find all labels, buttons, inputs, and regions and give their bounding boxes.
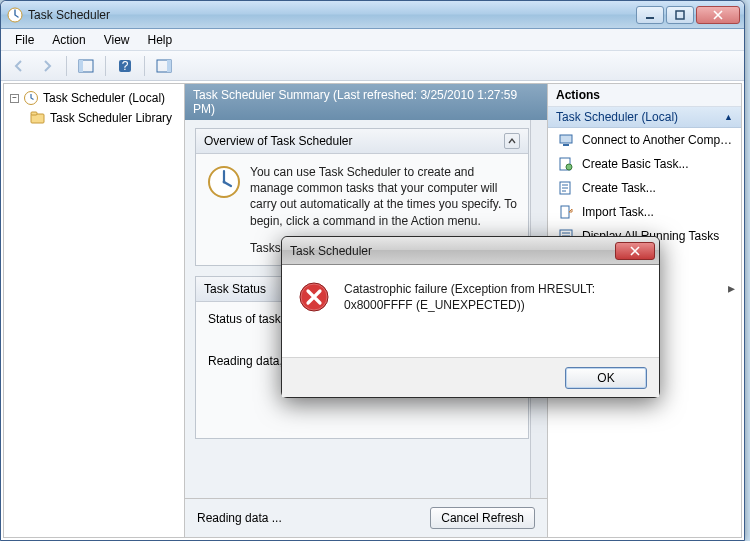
toolbar: ? xyxy=(1,51,744,81)
dialog-titlebar: Task Scheduler xyxy=(282,237,659,265)
caret-up-icon: ▲ xyxy=(724,112,733,122)
toolbar-separator xyxy=(105,56,106,76)
svg-rect-14 xyxy=(560,135,572,143)
overview-title: Overview of Task Scheduler xyxy=(204,134,353,148)
menu-help[interactable]: Help xyxy=(140,31,181,49)
toolbar-separator xyxy=(66,56,67,76)
submenu-arrow-icon: ▸ xyxy=(728,280,735,296)
show-hide-tree-button[interactable] xyxy=(74,54,98,78)
action-import[interactable]: Import Task... xyxy=(548,200,741,224)
tree-pane: − Task Scheduler (Local) Task Scheduler … xyxy=(3,83,185,538)
clock-icon xyxy=(23,90,39,106)
svg-point-17 xyxy=(566,164,572,170)
svg-rect-2 xyxy=(676,11,684,19)
expand-icon[interactable]: − xyxy=(10,94,19,103)
back-button[interactable] xyxy=(7,54,31,78)
action-label: Import Task... xyxy=(582,205,735,219)
actions-group-header[interactable]: Task Scheduler (Local) ▲ xyxy=(548,107,741,128)
collapse-button[interactable] xyxy=(504,133,520,149)
tree-root-label: Task Scheduler (Local) xyxy=(43,91,165,105)
actions-group-title: Task Scheduler (Local) xyxy=(556,110,678,124)
dialog-title: Task Scheduler xyxy=(290,244,615,258)
menubar: File Action View Help xyxy=(1,29,744,51)
computer-icon xyxy=(558,132,574,148)
overview-text: You can use Task Scheduler to create and… xyxy=(250,164,518,229)
task-status-title: Task Status xyxy=(204,282,266,296)
clock-icon xyxy=(206,164,242,200)
menu-file[interactable]: File xyxy=(7,31,42,49)
bottom-bar: Reading data ... Cancel Refresh xyxy=(185,498,547,537)
svg-rect-1 xyxy=(646,17,654,19)
svg-rect-8 xyxy=(167,60,171,72)
action-label: Create Basic Task... xyxy=(582,157,735,171)
ok-button[interactable]: OK xyxy=(565,367,647,389)
summary-header: Task Scheduler Summary (Last refreshed: … xyxy=(185,84,547,120)
action-create-task[interactable]: Create Task... xyxy=(548,176,741,200)
help-button[interactable]: ? xyxy=(113,54,137,78)
error-icon xyxy=(298,281,330,313)
svg-rect-4 xyxy=(79,60,83,72)
window-title: Task Scheduler xyxy=(28,8,636,22)
show-hide-action-pane-button[interactable] xyxy=(152,54,176,78)
task-icon xyxy=(558,156,574,172)
dialog-body: Catastrophic failure (Exception from HRE… xyxy=(282,265,659,357)
task-icon xyxy=(558,180,574,196)
app-icon xyxy=(7,7,23,23)
action-label: Create Task... xyxy=(582,181,735,195)
forward-button[interactable] xyxy=(35,54,59,78)
toolbar-separator xyxy=(144,56,145,76)
tree-library[interactable]: Task Scheduler Library xyxy=(8,108,180,128)
svg-rect-11 xyxy=(31,112,37,115)
dialog-footer: OK xyxy=(282,357,659,397)
tree-root[interactable]: − Task Scheduler (Local) xyxy=(8,88,180,108)
svg-text:?: ? xyxy=(122,59,129,73)
svg-point-13 xyxy=(223,181,226,184)
action-label: Connect to Another Computer... xyxy=(582,133,735,147)
reading-label: Reading data ... xyxy=(197,511,282,525)
dialog-close-button[interactable] xyxy=(615,242,655,260)
error-dialog: Task Scheduler Catastrophic failure (Exc… xyxy=(281,236,660,398)
menu-action[interactable]: Action xyxy=(44,31,93,49)
action-connect[interactable]: Connect to Another Computer... xyxy=(548,128,741,152)
svg-rect-15 xyxy=(563,144,569,146)
action-create-basic[interactable]: Create Basic Task... xyxy=(548,152,741,176)
actions-pane-title: Actions xyxy=(548,84,741,107)
svg-rect-19 xyxy=(561,206,569,218)
cancel-refresh-button[interactable]: Cancel Refresh xyxy=(430,507,535,529)
folder-icon xyxy=(30,110,46,126)
menu-view[interactable]: View xyxy=(96,31,138,49)
minimize-button[interactable] xyxy=(636,6,664,24)
titlebar: Task Scheduler xyxy=(1,1,744,29)
dialog-message: Catastrophic failure (Exception from HRE… xyxy=(344,281,643,347)
maximize-button[interactable] xyxy=(666,6,694,24)
tree-library-label: Task Scheduler Library xyxy=(50,111,172,125)
close-button[interactable] xyxy=(696,6,740,24)
import-icon xyxy=(558,204,574,220)
